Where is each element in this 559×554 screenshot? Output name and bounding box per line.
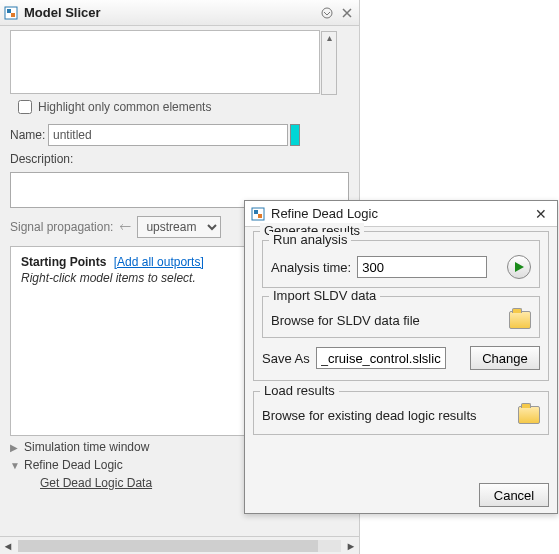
list-scrollbar[interactable]: ▴ [321,31,337,95]
save-as-label: Save As [262,351,310,366]
app-icon [4,6,18,20]
browse-sldv-button[interactable] [509,311,531,329]
panel-menu-icon[interactable] [319,5,335,21]
import-sldv-legend: Import SLDV data [269,288,380,303]
browse-existing-label: Browse for existing dead logic results [262,408,477,423]
highlight-common-label: Highlight only common elements [38,100,211,114]
import-sldv-fieldset: Import SLDV data Browse for SLDV data fi… [262,296,540,338]
run-button[interactable] [507,255,531,279]
change-button[interactable]: Change [470,346,540,370]
starting-points-label: Starting Points [21,255,106,269]
color-swatch[interactable] [290,124,300,146]
dialog-title: Refine Dead Logic [271,206,531,221]
scroll-thumb[interactable] [18,540,318,552]
chevron-right-icon: ▶ [10,442,20,453]
browse-sldv-label: Browse for SLDV data file [271,313,420,328]
scroll-left-icon[interactable]: ◄ [0,538,16,554]
get-dead-logic-link[interactable]: Get Dead Logic Data [40,476,152,490]
signal-propagation-select[interactable]: upstream [137,216,221,238]
panel-titlebar: Model Slicer [0,0,359,26]
generate-results-fieldset: Generate results Run analysis Analysis t… [253,231,549,381]
dialog-close-icon[interactable]: ✕ [531,204,551,224]
svg-rect-2 [11,13,15,17]
scroll-right-icon[interactable]: ► [343,538,359,554]
panel-close-icon[interactable] [339,5,355,21]
run-analysis-legend: Run analysis [269,232,351,247]
dialog-icon [251,207,265,221]
analysis-time-input[interactable] [357,256,487,278]
run-analysis-fieldset: Run analysis Analysis time: [262,240,540,288]
name-input[interactable] [48,124,288,146]
highlight-common-checkbox[interactable] [18,100,32,114]
refine-dead-logic-dialog: Refine Dead Logic ✕ Generate results Run… [244,200,558,514]
horizontal-scrollbar[interactable]: ◄ ► [0,536,359,554]
svg-point-3 [322,8,332,18]
chevron-down-icon: ▼ [10,460,20,471]
name-label: Name: [10,128,48,142]
load-results-fieldset: Load results Browse for existing dead lo… [253,391,549,435]
configurations-list[interactable]: ▴ [10,30,320,94]
highlight-common-row: Highlight only common elements [10,100,349,114]
svg-rect-5 [254,210,258,214]
cancel-button[interactable]: Cancel [479,483,549,507]
browse-existing-button[interactable] [518,406,540,424]
add-all-outports-link[interactable]: [Add all outports] [114,255,204,269]
svg-rect-1 [7,9,11,13]
description-label: Description: [10,152,73,166]
scroll-track[interactable] [18,540,341,552]
panel-title: Model Slicer [24,5,315,20]
analysis-time-label: Analysis time: [271,260,351,275]
load-results-legend: Load results [260,383,339,398]
save-as-input[interactable] [316,347,446,369]
svg-rect-6 [258,214,262,218]
arrow-left-icon: 🡐 [119,220,131,234]
signal-propagation-label: Signal propagation: [10,220,113,234]
